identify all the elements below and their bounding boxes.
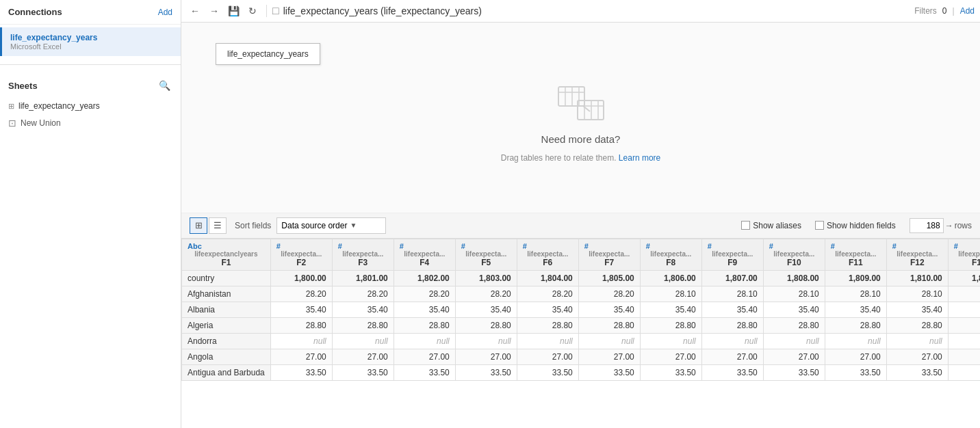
cell: 35.40 (886, 302, 948, 317)
cell: Afghanistan (182, 286, 271, 302)
cell: 28.80 (948, 317, 980, 333)
cell: 28.10 (701, 286, 763, 302)
col-source-0: lifeexpectanclyears (188, 250, 265, 258)
col-header-3: #lifeexpecta...F4 (394, 239, 455, 270)
cell: 35.40 (517, 302, 578, 317)
cell: 27.00 (701, 349, 763, 364)
cell: 33.50 (948, 364, 980, 380)
show-aliases-checkbox[interactable] (741, 221, 750, 230)
cell: 35.40 (948, 302, 980, 317)
filters-label: Filters (914, 6, 937, 16)
cell: 27.00 (886, 349, 948, 364)
table-card[interactable]: life_expectancy_years (216, 43, 320, 65)
cell: 28.80 (701, 317, 763, 333)
cell: 1,805.00 (578, 270, 640, 286)
column-type-row: Abc lifeexpectanclyears F1 #lifeexpecta.… (182, 239, 981, 270)
refresh-button[interactable]: ↻ (244, 3, 261, 19)
add-connection-button[interactable]: Add (158, 8, 172, 17)
add-filter-button[interactable]: Add (960, 6, 975, 16)
cell: 35.40 (763, 302, 825, 317)
connection-type: Microsoft Excel (10, 42, 172, 51)
rows-input[interactable] (910, 218, 944, 233)
cell: 28.20 (394, 286, 455, 302)
new-union-button[interactable]: ⊡ New Union (0, 114, 181, 132)
cell: 28.10 (763, 286, 825, 302)
table-card-label: life_expectancy_years (227, 49, 309, 59)
datasource-title-area: □ life_expectancy_years (life_expectancy… (272, 5, 482, 17)
table-header: Abc lifeexpectanclyears F1 #lifeexpecta.… (182, 239, 981, 270)
col-header-10: #lifeexpecta...F11 (825, 239, 886, 270)
cell: null (517, 333, 578, 349)
cell: 33.50 (394, 364, 455, 380)
sheet-item-life-expectancy[interactable]: ⊞ life_expectancy_years (0, 98, 181, 114)
learn-more-link[interactable]: Learn more (619, 153, 660, 163)
cell: 28.80 (886, 317, 948, 333)
sort-dropdown-value: Data source order (281, 221, 347, 230)
rows-arrow-icon[interactable]: → (945, 221, 953, 230)
drag-hint: Drag tables here to relate them. Learn m… (501, 153, 660, 163)
svg-rect-5 (578, 101, 604, 120)
new-union-label: New Union (21, 118, 61, 128)
cell: 27.00 (517, 349, 578, 364)
back-button[interactable]: ← (187, 3, 203, 19)
cell: country (182, 270, 271, 286)
col-header-5: #lifeexpecta...F6 (517, 239, 578, 270)
show-hidden-label: Show hidden fields (827, 221, 896, 230)
cell: 28.80 (763, 317, 825, 333)
save-button[interactable]: 💾 (225, 3, 242, 19)
cell: 1,801.00 (332, 270, 394, 286)
cell: 35.40 (270, 302, 332, 317)
cell: 28.80 (394, 317, 455, 333)
need-more-data-text: Need more data? (541, 133, 621, 145)
col-type-0: Abc (188, 242, 265, 250)
list-view-button[interactable]: ☰ (209, 217, 227, 234)
table-icon: ⊞ (8, 102, 14, 111)
col-header-1: #lifeexpecta...F2 (270, 239, 332, 270)
toolbar-separator (266, 5, 267, 17)
cell: 28.20 (517, 286, 578, 302)
cell: Andorra (182, 333, 271, 349)
rows-label: rows (955, 221, 972, 230)
cell: null (763, 333, 825, 349)
cell: 33.50 (332, 364, 394, 380)
cell: 28.20 (455, 286, 517, 302)
connection-item[interactable]: life_expectancy_years Microsoft Excel (0, 27, 181, 56)
sheets-section-header: Sheets 🔍 (0, 70, 181, 98)
cell: 35.40 (578, 302, 640, 317)
cell: 28.20 (332, 286, 394, 302)
cell: 1,808.00 (763, 270, 825, 286)
table-toolbar: ⊞ ☰ Sort fields Data source order ▼ Show… (181, 213, 980, 239)
show-aliases-label: Show aliases (753, 221, 801, 230)
cell: null (886, 333, 948, 349)
sort-dropdown[interactable]: Data source order ▼ (276, 217, 386, 234)
cell: Angola (182, 349, 271, 364)
cell: 35.40 (701, 302, 763, 317)
canvas-drag-area: life_expectancy_years Need more data? Dr… (181, 23, 980, 213)
cell: 28.20 (578, 286, 640, 302)
cell: 1,804.00 (517, 270, 578, 286)
cell: 1,810.00 (886, 270, 948, 286)
connection-name: life_expectancy_years (10, 33, 172, 42)
datasource-title: life_expectancy_years (life_expectancy_y… (283, 5, 482, 16)
table-row: Afghanistan28.2028.2028.2028.2028.2028.2… (182, 286, 981, 302)
cell: 33.50 (825, 364, 886, 380)
cell: 28.80 (455, 317, 517, 333)
cell: 28.10 (640, 286, 701, 302)
grid-view-button[interactable]: ⊞ (190, 217, 207, 234)
view-toggle: ⊞ ☰ (190, 217, 227, 234)
sheet-name: life_expectancy_years (18, 101, 100, 111)
cell: 35.40 (455, 302, 517, 317)
show-hidden-checkbox[interactable] (815, 221, 824, 230)
connections-section-header: Connections Add (0, 0, 181, 25)
col-header-7: #lifeexpecta...F8 (640, 239, 701, 270)
cell: 33.50 (640, 364, 701, 380)
col-header-0: Abc lifeexpectanclyears F1 (182, 239, 271, 270)
cell: null (640, 333, 701, 349)
forward-button[interactable]: → (206, 3, 222, 19)
cell: 27.00 (455, 349, 517, 364)
cell: 33.50 (763, 364, 825, 380)
search-sheets-button[interactable]: 🔍 (156, 77, 172, 94)
cell: 27.00 (825, 349, 886, 364)
table-row: Albania35.4035.4035.4035.4035.4035.4035.… (182, 302, 981, 317)
cell: Antigua and Barbuda (182, 364, 271, 380)
